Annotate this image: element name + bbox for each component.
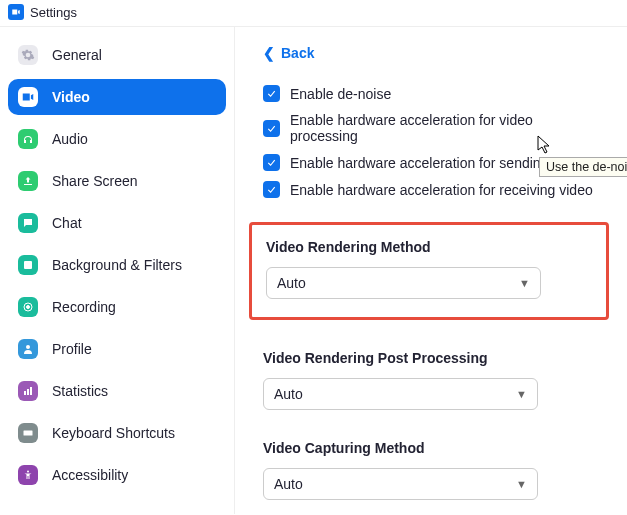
sidebar-item-label: Profile — [52, 341, 92, 357]
statistics-icon — [18, 381, 38, 401]
sidebar-item-statistics[interactable]: Statistics — [8, 373, 226, 409]
group-post-processing: Video Rendering Post Processing Auto ▼ — [263, 350, 599, 410]
sidebar-item-general[interactable]: General — [8, 37, 226, 73]
sidebar-item-label: General — [52, 47, 102, 63]
titlebar: Settings — [0, 0, 627, 24]
checkbox-hw-receiving[interactable] — [263, 181, 280, 198]
sidebar-item-label: Recording — [52, 299, 116, 315]
back-link[interactable]: ❮ Back — [263, 45, 314, 61]
sidebar-item-video[interactable]: Video — [8, 79, 226, 115]
sidebar: General Video Audio Share Screen Chat — [0, 27, 235, 514]
content-panel: ❮ Back Enable de-noise Enable hardware a… — [235, 27, 627, 514]
group-title-rendering-method: Video Rendering Method — [266, 239, 592, 255]
sidebar-item-label: Video — [52, 89, 90, 105]
profile-icon — [18, 339, 38, 359]
sidebar-item-recording[interactable]: Recording — [8, 289, 226, 325]
cursor-icon — [537, 135, 553, 155]
group-title-capturing-method: Video Capturing Method — [263, 440, 599, 456]
select-value: Auto — [274, 476, 303, 492]
chevron-down-icon: ▼ — [516, 478, 527, 490]
group-capturing-method: Video Capturing Method Auto ▼ — [263, 440, 599, 500]
window-title: Settings — [30, 5, 77, 20]
select-value: Auto — [274, 386, 303, 402]
sidebar-item-audio[interactable]: Audio — [8, 121, 226, 157]
video-icon — [18, 87, 38, 107]
keyboard-icon — [18, 423, 38, 443]
sidebar-item-accessibility[interactable]: Accessibility — [8, 457, 226, 493]
sidebar-item-profile[interactable]: Profile — [8, 331, 226, 367]
svg-point-8 — [27, 471, 29, 473]
sidebar-item-share-screen[interactable]: Share Screen — [8, 163, 226, 199]
sidebar-item-label: Share Screen — [52, 173, 138, 189]
recording-icon — [18, 297, 38, 317]
background-icon — [18, 255, 38, 275]
accessibility-icon — [18, 465, 38, 485]
sidebar-item-label: Statistics — [52, 383, 108, 399]
app-icon — [8, 4, 24, 20]
checkbox-label: Enable de-noise — [290, 86, 391, 102]
chat-icon — [18, 213, 38, 233]
tooltip: Use the de-noise method to improve video… — [539, 157, 627, 177]
checkbox-enable-denoise[interactable] — [263, 85, 280, 102]
chevron-down-icon: ▼ — [519, 277, 530, 289]
svg-rect-7 — [24, 431, 33, 436]
checkbox-hw-processing[interactable] — [263, 120, 280, 137]
highlight-box: Video Rendering Method Auto ▼ — [249, 222, 609, 320]
select-capturing-method[interactable]: Auto ▼ — [263, 468, 538, 500]
sidebar-item-label: Background & Filters — [52, 257, 182, 273]
sidebar-item-background-filters[interactable]: Background & Filters — [8, 247, 226, 283]
sidebar-item-label: Keyboard Shortcuts — [52, 425, 175, 441]
sidebar-item-label: Audio — [52, 131, 88, 147]
sidebar-item-label: Accessibility — [52, 467, 128, 483]
select-post-processing[interactable]: Auto ▼ — [263, 378, 538, 410]
select-rendering-method[interactable]: Auto ▼ — [266, 267, 541, 299]
main-layout: General Video Audio Share Screen Chat — [0, 27, 627, 514]
headphones-icon — [18, 129, 38, 149]
sidebar-item-chat[interactable]: Chat — [8, 205, 226, 241]
svg-point-2 — [27, 306, 30, 309]
checkbox-hw-sending[interactable] — [263, 154, 280, 171]
svg-point-3 — [26, 345, 30, 349]
sidebar-item-label: Chat — [52, 215, 82, 231]
chevron-left-icon: ❮ — [263, 45, 275, 61]
svg-rect-4 — [24, 391, 26, 395]
group-title-post-processing: Video Rendering Post Processing — [263, 350, 599, 366]
checkbox-label: Enable hardware acceleration for receivi… — [290, 182, 593, 198]
checkbox-row-denoise: Enable de-noise — [263, 85, 599, 102]
chevron-down-icon: ▼ — [516, 388, 527, 400]
svg-rect-6 — [30, 387, 32, 395]
svg-rect-0 — [24, 261, 32, 269]
select-value: Auto — [277, 275, 306, 291]
share-screen-icon — [18, 171, 38, 191]
gear-icon — [18, 45, 38, 65]
back-label: Back — [281, 45, 314, 61]
svg-rect-5 — [27, 389, 29, 395]
checkbox-row-hw-receiving: Enable hardware acceleration for receivi… — [263, 181, 599, 198]
sidebar-item-keyboard-shortcuts[interactable]: Keyboard Shortcuts — [8, 415, 226, 451]
